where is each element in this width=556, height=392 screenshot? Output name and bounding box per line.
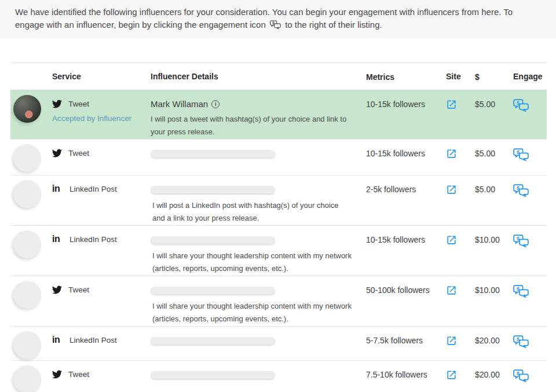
influencer-row: in LinkedIn Post 5-7.5k followers $20.00 [10,327,547,361]
twitter-icon [52,369,62,379]
influencer-avatar-placeholder [13,281,41,309]
metrics-value: 10-15k followers [366,235,445,244]
influencer-avatar-placeholder [13,144,41,172]
metrics-value: 2-5k followers [366,184,445,194]
influencer-row: Tweet I will share your thought leadersh… [10,276,547,327]
influencer-avatar-placeholder [13,180,41,208]
service-label: Tweet [68,100,89,108]
header-service: Service [52,72,149,81]
engage-button[interactable] [513,184,529,197]
metrics-value: 10-15k followers [366,148,445,158]
price-value: $5.00 [475,184,513,194]
linkedin-icon: in [52,335,63,345]
service-description: I will share your thought leadership con… [152,300,352,325]
header-engage: Engage [513,72,547,81]
influencer-row-accepted: Tweet Accepted by Influencer Mark Willam… [10,90,547,140]
metrics-value: 7.5-10k followers [366,369,445,379]
influencer-row: in LinkedIn Post I will post a LinkedIn … [10,175,547,226]
metrics-value: 10-15k followers [366,99,445,109]
redacted-name-bar [151,186,275,193]
intro-text-after: to the right of their listing. [285,20,382,30]
influencer-row: Tweet 10-15k followers $5.00 [10,140,547,175]
price-value: $5.00 [475,148,513,158]
header-influencer-details: Influencer Details [149,72,366,81]
metrics-value: 50-100k followers [366,285,445,295]
engage-button[interactable] [513,99,529,112]
service-label: Tweet [68,370,89,379]
engage-dollar-chat-icon [270,20,281,30]
service-description: I will share your thought leadership con… [152,250,352,275]
influencer-row: in LinkedIn Post I will share your thoug… [10,226,547,276]
influencer-name: Mark Willaman [151,99,208,109]
table-header: Service Influencer Details Metrics Site … [10,63,547,90]
influencer-row: Tweet 7.5-10k followers $20.00 [10,361,547,392]
redacted-name-bar [151,287,275,294]
twitter-icon [52,99,62,109]
service-label: Tweet [68,149,89,157]
price-value: $10.00 [475,285,513,295]
service-label: LinkedIn Post [70,185,117,193]
engage-button[interactable] [513,285,529,298]
info-icon[interactable]: i [211,100,220,108]
external-link-icon[interactable] [446,369,457,380]
redacted-name-bar [151,150,275,157]
external-link-icon[interactable] [446,184,457,195]
external-link-icon[interactable] [446,335,457,346]
external-link-icon[interactable] [446,235,457,246]
price-value: $5.00 [475,99,513,109]
service-description: I will post a tweet with hashtag(s) of y… [151,113,350,138]
service-label: Tweet [68,285,89,294]
header-metrics: Metrics [366,72,445,82]
status-accepted-by-influencer: Accepted by Influencer [52,114,149,123]
engage-button[interactable] [513,335,529,349]
redacted-name-bar [151,236,275,244]
influencer-avatar-placeholder [13,365,41,392]
price-value: $20.00 [475,335,513,345]
linkedin-icon: in [52,235,63,244]
linkedin-icon: in [52,184,63,193]
redacted-name-bar [151,337,275,345]
service-description: I will post a LinkedIn post with hashtag… [152,199,352,225]
engage-button[interactable] [513,148,529,162]
twitter-icon [52,148,62,158]
influencer-avatar [13,95,41,123]
header-site: Site [445,72,475,81]
redacted-name-bar [151,371,275,379]
external-link-icon[interactable] [446,99,457,110]
influencer-avatar-placeholder [13,331,41,359]
external-link-icon[interactable] [446,285,457,296]
header-price: $ [475,72,513,82]
service-label: LinkedIn Post [70,235,117,244]
service-label: LinkedIn Post [70,336,117,345]
engage-button[interactable] [513,369,529,383]
price-value: $10.00 [475,235,513,244]
influencer-avatar-placeholder [13,230,41,258]
metrics-value: 5-7.5k followers [366,335,445,345]
intro-text-before: We have identified the following influen… [15,7,513,30]
external-link-icon[interactable] [446,148,457,159]
influencer-table: Service Influencer Details Metrics Site … [10,63,547,392]
price-value: $20.00 [475,369,513,379]
engage-button[interactable] [513,235,529,248]
twitter-icon [52,285,62,295]
intro-banner: We have identified the following influen… [0,0,556,38]
